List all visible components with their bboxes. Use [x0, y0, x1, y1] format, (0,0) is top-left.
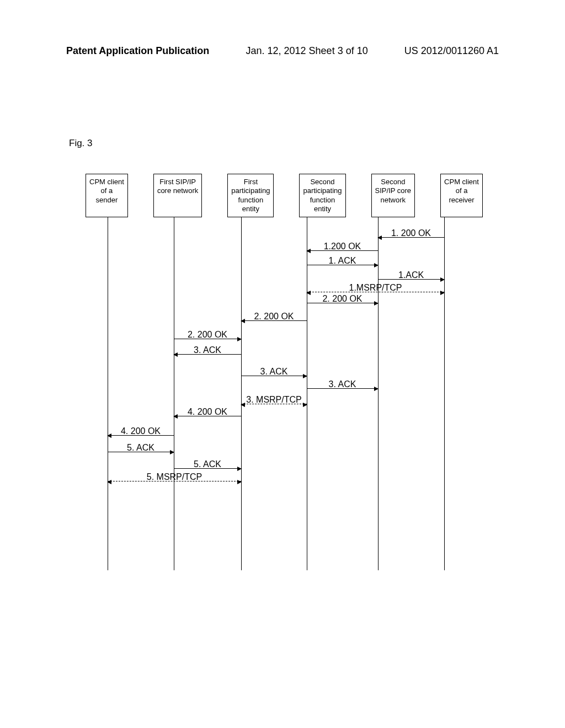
entity-label-line: network — [375, 196, 412, 205]
entity-label-line: CPM client — [89, 178, 124, 186]
lifeline — [307, 217, 307, 570]
message-label: 1.200 OK — [310, 242, 375, 251]
message-label: 4. 200 OK — [177, 407, 238, 417]
entity-box: SecondSIP/IP corenetwork — [371, 174, 415, 217]
entity-label-line: First SIP/IP — [157, 178, 198, 186]
entity-label-line: CPM client — [444, 178, 479, 186]
message-label: 5. MSRP/TCP — [111, 472, 238, 482]
figure-label: Fig. 3 — [69, 138, 93, 149]
entity-box: First SIP/IPcore network — [153, 174, 202, 217]
pub-label: Patent Application Publication — [66, 45, 209, 57]
message-label: 5. ACK — [111, 443, 170, 453]
lifelines-area: 1. 200 OK1.200 OK1. ACK1.ACK1.MSRP/TCP2.… — [86, 217, 483, 570]
message-label: 5. ACK — [177, 459, 238, 469]
entity-label-line: function — [303, 196, 342, 205]
message-label: 2. 200 OK — [310, 294, 375, 304]
entity-label-line: entity — [303, 205, 342, 213]
entity-label-line: First — [231, 178, 270, 186]
message-label: 1. ACK — [310, 256, 375, 266]
entity-label-line: core network — [157, 186, 198, 195]
lifeline — [108, 217, 108, 570]
message-label: 3. MSRP/TCP — [244, 395, 303, 405]
entity-label-line: Second — [303, 178, 342, 186]
entity-label-line: participating — [303, 186, 342, 195]
message-label: 3. ACK — [177, 345, 238, 355]
entity-label-line: participating — [231, 186, 270, 195]
entity-label-line: of a — [89, 186, 124, 195]
message-label: 1.ACK — [381, 270, 441, 280]
lifeline — [174, 217, 174, 570]
entity-label-line: entity — [231, 205, 270, 213]
pub-number: US 2012/0011260 A1 — [404, 45, 499, 57]
message-label: 1. 200 OK — [381, 228, 441, 238]
entity-label-line: receiver — [444, 196, 479, 205]
message-label: 2. 200 OK — [244, 312, 303, 322]
entity-label-line: function — [231, 196, 270, 205]
lifeline — [241, 217, 242, 570]
entity-label-line: of a — [444, 186, 479, 195]
entity-box: Firstparticipatingfunctionentity — [227, 174, 274, 217]
entity-label-line: Second — [375, 178, 412, 186]
entity-label-line: sender — [89, 196, 124, 205]
message-label: 3. ACK — [244, 367, 303, 377]
message-label: 2. 200 OK — [177, 330, 238, 340]
entity-label-line: SIP/IP core — [375, 186, 412, 195]
entity-box: CPM clientof asender — [86, 174, 128, 217]
entity-row: CPM clientof asenderFirst SIP/IPcore net… — [86, 174, 483, 217]
lifeline — [378, 217, 379, 570]
lifeline — [444, 217, 445, 570]
page-header: Patent Application Publication Jan. 12, … — [0, 45, 565, 57]
entity-box: Secondparticipatingfunctionentity — [299, 174, 345, 217]
entity-box: CPM clientof areceiver — [440, 174, 483, 217]
sequence-diagram: CPM clientof asenderFirst SIP/IPcore net… — [86, 174, 483, 570]
message-label: 1.MSRP/TCP — [310, 283, 441, 293]
message-label: 4. 200 OK — [111, 426, 170, 436]
sheet-info: Jan. 12, 2012 Sheet 3 of 10 — [246, 45, 368, 57]
message-label: 3. ACK — [310, 379, 375, 389]
